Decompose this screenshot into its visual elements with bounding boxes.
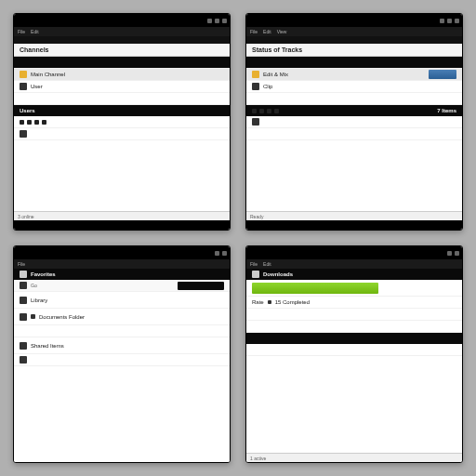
section-divider xyxy=(246,333,462,344)
section-users: Users xyxy=(14,105,230,116)
titlebar[interactable] xyxy=(246,246,462,259)
footer: 3 online xyxy=(14,211,230,220)
titlebar[interactable] xyxy=(246,14,462,27)
menubar: File Edit xyxy=(14,27,230,36)
row-blank xyxy=(14,325,230,337)
folder-icon xyxy=(20,313,27,321)
panel-favorites: File Favorites Go Library Documents Fold… xyxy=(13,245,231,463)
panel-header: Channels xyxy=(14,44,230,57)
titlebar[interactable] xyxy=(14,14,230,27)
row-main[interactable]: Main Channel xyxy=(14,69,230,81)
row-label: Edit & Mix xyxy=(263,72,288,77)
row-general[interactable] xyxy=(14,57,230,69)
row-edit[interactable]: Edit & Mix xyxy=(246,69,462,81)
row-item[interactable] xyxy=(14,128,230,140)
minimize-icon[interactable] xyxy=(440,19,444,23)
close-icon[interactable] xyxy=(455,251,459,256)
menu-edit[interactable]: Edit xyxy=(263,29,271,34)
progress-indicator xyxy=(429,70,456,79)
row-item[interactable] xyxy=(246,116,462,128)
item-icon xyxy=(20,356,27,364)
menu-file[interactable]: File xyxy=(250,261,258,267)
section-header: Downloads xyxy=(246,269,462,280)
menubar: File Edit View xyxy=(246,27,462,36)
menu-file[interactable]: File xyxy=(250,29,258,34)
minimize-icon[interactable] xyxy=(447,251,452,256)
minimize-icon[interactable] xyxy=(207,19,212,23)
menubar: File xyxy=(14,259,230,269)
section-header: Favorites xyxy=(14,269,230,280)
content-area: Rate 15 Completed xyxy=(246,280,462,453)
row-label: Documents Folder xyxy=(39,314,85,320)
statusbar xyxy=(246,220,462,230)
menu-edit[interactable]: Edit xyxy=(263,261,271,267)
footer: Ready xyxy=(246,211,462,220)
row-label: Clip xyxy=(263,84,272,89)
item-icon xyxy=(20,130,27,138)
toolbar xyxy=(14,36,230,44)
close-icon[interactable] xyxy=(455,19,459,23)
status-row: Rate 15 Completed xyxy=(246,297,462,309)
folder-icon xyxy=(252,71,259,78)
progress-bar xyxy=(252,283,378,294)
status-label-b: 15 Completed xyxy=(275,299,310,305)
share-icon xyxy=(20,342,27,350)
row-documents[interactable]: Documents Folder xyxy=(14,309,230,325)
row-item[interactable] xyxy=(14,116,230,128)
panel-tracks: File Edit View Status of Tracks Edit & M… xyxy=(245,13,463,231)
toolbar xyxy=(246,36,462,44)
close-icon[interactable] xyxy=(222,19,227,23)
section-items: 7 Items xyxy=(246,105,462,116)
nav-bar[interactable] xyxy=(178,282,224,290)
nav-icon xyxy=(20,271,27,278)
progress-row xyxy=(246,280,462,297)
row-clip[interactable]: Clip xyxy=(246,81,462,93)
panel-header: Status of Tracks xyxy=(246,44,462,57)
section-label: 7 Items xyxy=(437,108,456,113)
content-area: Main Channel User Users xyxy=(14,57,230,211)
close-icon[interactable] xyxy=(222,251,227,256)
minimize-icon[interactable] xyxy=(215,251,219,256)
row-label: User xyxy=(31,84,43,89)
menubar: File Edit xyxy=(246,259,462,269)
nav-row: Go xyxy=(14,280,230,292)
menu-file[interactable]: File xyxy=(18,261,25,267)
status-icons xyxy=(20,120,46,125)
row-item[interactable] xyxy=(246,344,462,356)
row-item[interactable] xyxy=(246,128,462,140)
menu-edit[interactable]: Edit xyxy=(31,29,39,34)
footer: 1 active xyxy=(246,453,462,462)
row-label: Main Channel xyxy=(31,72,65,77)
content-area: Library Documents Folder Shared Items xyxy=(14,292,230,462)
folder-icon xyxy=(20,71,27,78)
row-blank xyxy=(246,321,462,333)
menu-file[interactable]: File xyxy=(18,29,25,34)
row-blank xyxy=(14,93,230,105)
row-library[interactable]: Library xyxy=(14,292,230,309)
statusbar xyxy=(14,220,230,230)
download-icon xyxy=(252,271,259,278)
titlebar[interactable] xyxy=(14,246,230,259)
header-label: Favorites xyxy=(31,271,56,277)
status-label-a: Rate xyxy=(252,299,264,305)
row-user[interactable]: User xyxy=(14,81,230,93)
row-label: Shared Items xyxy=(31,343,64,349)
panel-channels: File Edit Channels Main Channel User Use… xyxy=(13,13,231,231)
header-label: Downloads xyxy=(263,271,293,277)
clip-icon xyxy=(252,83,259,90)
user-icon xyxy=(20,83,27,90)
content-area: Edit & Mix Clip 7 Items xyxy=(246,57,462,211)
row-track[interactable] xyxy=(246,57,462,69)
row-label: Library xyxy=(31,298,47,303)
maximize-icon[interactable] xyxy=(447,19,452,23)
row-blank xyxy=(246,309,462,321)
maximize-icon[interactable] xyxy=(215,19,219,23)
control-icons[interactable] xyxy=(252,109,279,113)
row-item[interactable] xyxy=(14,354,230,366)
sub-icon xyxy=(31,314,35,319)
bullet-icon xyxy=(268,300,271,304)
row-shared[interactable]: Shared Items xyxy=(14,337,230,354)
row-blank xyxy=(246,93,462,105)
panel-downloads: File Edit Downloads Rate 15 Completed 1 … xyxy=(245,245,463,463)
menu-view[interactable]: View xyxy=(277,29,287,34)
